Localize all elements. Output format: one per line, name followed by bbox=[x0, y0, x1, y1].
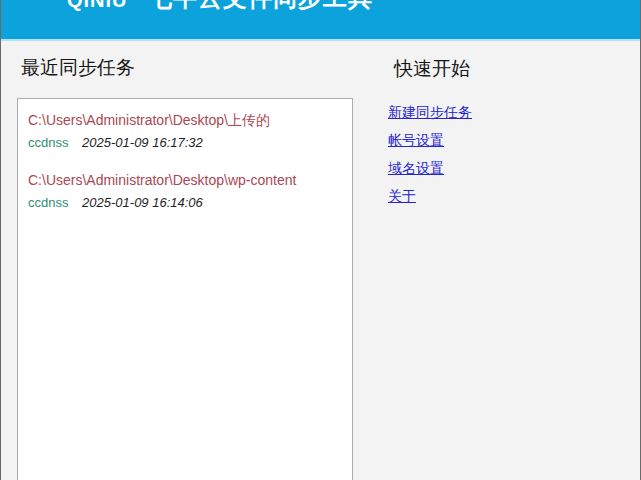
task-sync-time: 2025-01-09 16:17:32 bbox=[82, 135, 203, 150]
link-about[interactable]: 关于 bbox=[388, 188, 416, 205]
app-title: 七牛云文件同步工具 bbox=[148, 0, 373, 10]
app-window: QINIU 七牛云文件同步工具 最近同步任务 C:\Users\Administ… bbox=[0, 0, 641, 480]
link-domain-settings[interactable]: 域名设置 bbox=[388, 160, 444, 177]
recent-tasks-heading: 最近同步任务 bbox=[21, 55, 135, 81]
link-account-settings[interactable]: 帐号设置 bbox=[388, 132, 444, 149]
task-path: C:\Users\Administrator\Desktop\上传的 bbox=[28, 111, 342, 130]
task-list-item[interactable]: C:\Users\Administrator\Desktop\上传的 ccdns… bbox=[18, 99, 352, 151]
task-bucket-name: ccdnss bbox=[28, 135, 68, 150]
task-list-item[interactable]: C:\Users\Administrator\Desktop\wp-conten… bbox=[18, 159, 352, 211]
quick-start-heading: 快速开始 bbox=[394, 56, 472, 82]
recent-tasks-list[interactable]: C:\Users\Administrator\Desktop\上传的 ccdns… bbox=[17, 98, 353, 480]
quick-start-section: 快速开始 新建同步任务 帐号设置 域名设置 关于 bbox=[388, 56, 472, 216]
task-bucket-name: ccdnss bbox=[28, 195, 68, 210]
task-path: C:\Users\Administrator\Desktop\wp-conten… bbox=[28, 171, 342, 190]
task-sync-time: 2025-01-09 16:14:06 bbox=[82, 195, 203, 210]
link-new-sync-task[interactable]: 新建同步任务 bbox=[388, 104, 472, 121]
app-header: QINIU 七牛云文件同步工具 bbox=[1, 0, 640, 41]
task-meta: ccdnss 2025-01-09 16:14:06 bbox=[28, 194, 342, 211]
qiniu-logo-text: QINIU bbox=[67, 0, 128, 10]
task-meta: ccdnss 2025-01-09 16:17:32 bbox=[28, 134, 342, 151]
